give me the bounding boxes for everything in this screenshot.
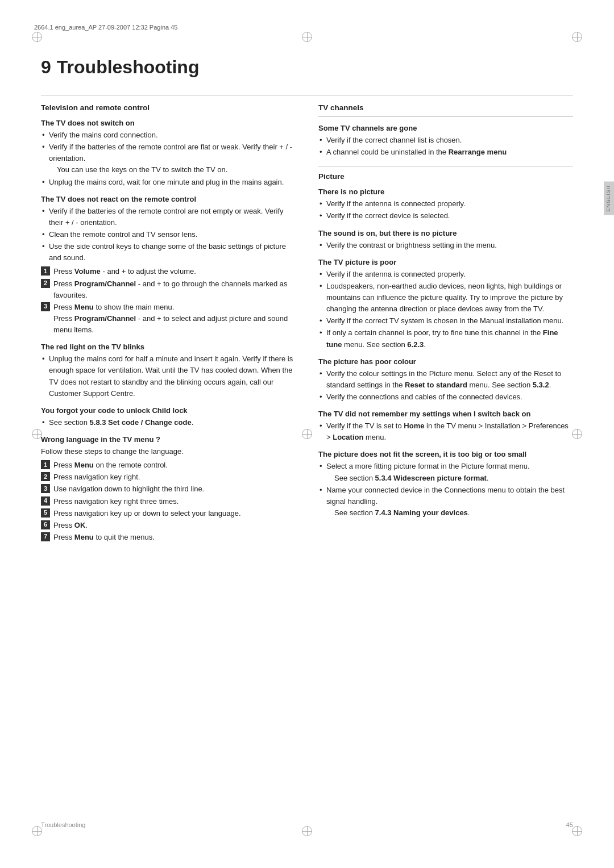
step-3: 3 Press Menu to show the main menu.Press… (41, 302, 296, 336)
header-text: 2664.1 eng_aurea_AP 27-09-2007 12:32 Pag… (34, 24, 177, 31)
steps-tv-no-react: 1 Press Volume - and + to adjust the vol… (41, 266, 296, 336)
list-item: Verify the connections and cables of the… (318, 391, 573, 403)
list-item: Verify if the antenna is connected prope… (318, 198, 573, 210)
right-top-rule (318, 116, 573, 117)
wrong-lang-intro: Follow these steps to change the languag… (41, 446, 296, 457)
subsec-picture-size: The picture does not fit the screen, it … (318, 450, 573, 458)
list-item: Verify if the correct device is selected… (318, 210, 573, 222)
list-item: Verify the contrast or brightness settin… (318, 240, 573, 251)
subsec-child-lock: You forgot your code to unlock Child loc… (41, 406, 296, 415)
picture-rule (318, 166, 573, 166)
list-item: Verify if the correct TV system is chose… (318, 315, 573, 327)
reg-mark-bottom-right (572, 826, 582, 836)
step-lang-7: 7 Press Menu to quit the menus. (41, 532, 296, 543)
list-item: See section 5.8.3 Set code / Change code… (41, 417, 296, 428)
sidebar-english-tab: ENGLISH (604, 182, 614, 215)
main-rule (41, 95, 573, 95)
subsec-poor-picture: The TV picture is poor (318, 258, 573, 266)
step-lang-1: 1 Press Menu on the remote control. (41, 460, 296, 471)
list-item: Verify if the TV is set to Home in the T… (318, 420, 573, 443)
subsec-poor-colour: The picture has poor colour (318, 357, 573, 366)
subsec-tv-no-react: The TV does not react on the remote cont… (41, 195, 296, 203)
page-footer: Troubleshooting 45 (41, 821, 573, 828)
header-bar: 2664.1 eng_aurea_AP 27-09-2007 12:32 Pag… (34, 24, 580, 31)
list-item: Unplug the mains cord, wait for one minu… (41, 177, 296, 188)
subsec-sound-no-picture: The sound is on, but there is no picture (318, 229, 573, 237)
chapter-number: 9 (41, 57, 51, 77)
bullets-child-lock: See section 5.8.3 Set code / Change code… (41, 417, 296, 428)
footer-right: 45 (566, 821, 573, 828)
right-section-title-channels: TV channels (318, 103, 573, 112)
list-item: Verify the colour settings in the Pictur… (318, 368, 573, 391)
left-section-title: Television and remote control (41, 103, 296, 112)
list-item: Verify if the antenna is connected prope… (318, 269, 573, 280)
subsec-tv-no-switch: The TV does not switch on (41, 119, 296, 127)
step-lang-3: 3 Use navigation down to highlight the t… (41, 483, 296, 495)
list-item: Verify if the batteries of the remote co… (41, 206, 296, 228)
chapter-title: Troubleshooting (57, 57, 200, 77)
bullets-tv-no-react: Verify if the batteries of the remote co… (41, 206, 296, 264)
bullets-poor-picture: Verify if the antenna is connected prope… (318, 269, 573, 350)
subsec-no-picture: There is no picture (318, 187, 573, 196)
list-item: Verify the mains cord connection. (41, 130, 296, 141)
step-lang-2: 2 Press navigation key right. (41, 471, 296, 483)
step-lang-4: 4 Press navigation key right three times… (41, 496, 296, 507)
list-item: A channel could be uninstalled in the Re… (318, 147, 573, 158)
list-item: Clean the remote control and TV sensor l… (41, 229, 296, 240)
step-lang-5: 5 Press navigation key up or down to sel… (41, 508, 296, 519)
subsec-red-light: The red light on the TV blinks (41, 343, 296, 351)
bullets-no-picture: Verify if the antenna is connected prope… (318, 198, 573, 222)
list-item: Verify if the correct channel list is ch… (318, 135, 573, 146)
left-column: Television and remote control The TV doe… (41, 101, 296, 545)
reg-mark-top-right (572, 32, 582, 42)
bullets-poor-colour: Verify the colour settings in the Pictur… (318, 368, 573, 403)
step-1: 1 Press Volume - and + to adjust the vol… (41, 266, 296, 277)
steps-wrong-lang: 1 Press Menu on the remote control. 2 Pr… (41, 460, 296, 543)
list-item: Loudspeakers, non-earthed audio devices,… (318, 281, 573, 315)
subsec-wrong-lang: Wrong language in the TV menu ? (41, 435, 296, 444)
reg-mark-top-center (302, 32, 312, 42)
step-lang-6: 6 Press OK. (41, 520, 296, 531)
list-item: If only a certain channel is poor, try t… (318, 327, 573, 350)
list-item: Name your connected device in the Connec… (318, 485, 573, 519)
subsec-settings-lost: The TV did not remember my settings when… (318, 410, 573, 418)
two-column-layout: Television and remote control The TV doe… (41, 101, 573, 545)
chapter-heading: 9Troubleshooting (41, 57, 573, 84)
bullets-sound-no-picture: Verify the contrast or brightness settin… (318, 240, 573, 251)
bullets-red-light: Unplug the mains cord for half a minute … (41, 353, 296, 399)
bullets-channels-gone: Verify if the correct channel list is ch… (318, 135, 573, 158)
list-item: Select a more fitting picture format in … (318, 461, 573, 483)
list-item: Verify if the batteries of the remote co… (41, 141, 296, 176)
right-section-title-picture: Picture (318, 172, 573, 181)
bullets-picture-size: Select a more fitting picture format in … (318, 461, 573, 519)
bullets-tv-no-switch: Verify the mains cord connection. Verify… (41, 130, 296, 188)
list-item: Unplug the mains cord for half a minute … (41, 353, 296, 399)
step-2: 2 Press Program/Channel - and + to go th… (41, 278, 296, 301)
page-content: 9Troubleshooting Television and remote c… (41, 51, 573, 817)
subsec-channels-gone: Some TV channels are gone (318, 124, 573, 132)
bullets-settings-lost: Verify if the TV is set to Home in the T… (318, 420, 573, 443)
right-column: TV channels Some TV channels are gone Ve… (318, 101, 573, 545)
footer-left: Troubleshooting (41, 821, 85, 828)
list-item: Use the side control keys to change some… (41, 241, 296, 264)
reg-mark-top-left (32, 32, 42, 42)
reg-mark-middle-right (572, 429, 582, 439)
